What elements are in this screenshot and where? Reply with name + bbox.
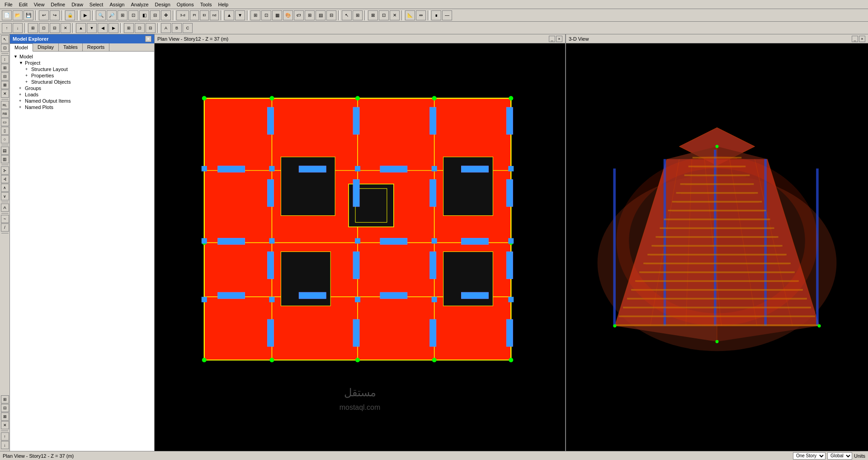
tb2-8[interactable]: ▼ bbox=[87, 23, 97, 33]
tb2-13[interactable]: ⊟ bbox=[146, 23, 156, 33]
left-6[interactable]: ⊠ bbox=[1, 81, 9, 89]
tab-reports[interactable]: Reports bbox=[83, 43, 110, 51]
pointer-btn[interactable]: ↖ bbox=[342, 10, 352, 20]
tb2-10[interactable]: ▶ bbox=[108, 23, 118, 33]
zoom-fit-btn[interactable]: ⊞ bbox=[118, 10, 127, 20]
menu-edit[interactable]: Edit bbox=[16, 1, 30, 8]
left-13[interactable]: ▤ bbox=[1, 147, 9, 155]
shrink-btn[interactable]: ⊡ bbox=[261, 10, 271, 20]
misc2[interactable]: — bbox=[442, 10, 452, 20]
left-17[interactable]: ∧ bbox=[1, 184, 9, 192]
zoom-in-btn[interactable]: 🔍 bbox=[96, 10, 106, 20]
tb2-3[interactable]: ⊞ bbox=[28, 23, 38, 33]
tb2-14[interactable]: A bbox=[161, 23, 171, 33]
tb2-6[interactable]: ✕ bbox=[61, 23, 71, 33]
left-22[interactable]: ⊞ bbox=[1, 395, 9, 403]
plan-min-btn[interactable]: _ bbox=[549, 36, 555, 42]
left-11[interactable]: ▯ bbox=[1, 127, 9, 135]
menu-draw[interactable]: Draw bbox=[69, 1, 86, 8]
tb2-5[interactable]: ⊟ bbox=[50, 23, 60, 33]
zoom-out-btn[interactable]: 🔎 bbox=[107, 10, 117, 20]
tree-named-plots[interactable]: + Named Plots bbox=[12, 104, 152, 110]
tb2-4[interactable]: ⊡ bbox=[39, 23, 49, 33]
window-btn[interactable]: ⊡ bbox=[379, 10, 389, 20]
left-7[interactable]: ✕ bbox=[1, 90, 9, 98]
3d-min-btn[interactable]: _ bbox=[852, 36, 858, 42]
left-4[interactable]: ⊞ bbox=[1, 64, 9, 72]
lock-btn[interactable]: 🔒 bbox=[65, 10, 75, 20]
left-12[interactable]: ○ bbox=[1, 135, 9, 143]
misc1[interactable]: ∎ bbox=[431, 10, 441, 20]
menu-help[interactable]: Help bbox=[215, 1, 231, 8]
left-9[interactable]: RB bbox=[1, 109, 9, 118]
left-26[interactable]: ↑ bbox=[1, 432, 9, 441]
tree-root[interactable]: ▼ Model bbox=[12, 53, 152, 60]
left-27[interactable]: ↓ bbox=[1, 441, 9, 449]
menu-file[interactable]: File bbox=[2, 1, 15, 8]
intersect-btn[interactable]: ⊞ bbox=[353, 10, 363, 20]
sect-btn[interactable]: nd bbox=[210, 10, 219, 20]
story-select[interactable]: One Story bbox=[793, 452, 826, 460]
rubber-btn[interactable]: ⊠ bbox=[368, 10, 378, 20]
left-10[interactable]: ▭ bbox=[1, 118, 9, 126]
redo-btn[interactable]: ↪ bbox=[50, 10, 60, 20]
grid-btn[interactable]: ⊟ bbox=[326, 10, 336, 20]
left-15[interactable]: ⊱ bbox=[1, 166, 9, 175]
tree-loads[interactable]: + Loads bbox=[12, 91, 152, 98]
run-btn[interactable]: ▶ bbox=[80, 10, 90, 20]
menu-define[interactable]: Define bbox=[48, 1, 68, 8]
tree-named-output[interactable]: + Named Output Items bbox=[12, 98, 152, 104]
menu-view[interactable]: View bbox=[31, 1, 47, 8]
display2-btn[interactable]: ▼ bbox=[235, 10, 245, 20]
plan-close-btn[interactable]: × bbox=[556, 36, 562, 42]
open-btn[interactable]: 📂 bbox=[13, 10, 23, 20]
tb2-7[interactable]: ▲ bbox=[76, 23, 86, 33]
left-2[interactable]: ⊡ bbox=[1, 44, 9, 52]
tree-project[interactable]: ▼ Project bbox=[12, 60, 152, 66]
left-19[interactable]: A bbox=[1, 204, 9, 212]
toggle-btn[interactable]: ⊞ bbox=[250, 10, 260, 20]
tb2-16[interactable]: C bbox=[183, 23, 193, 33]
menu-design[interactable]: Design bbox=[152, 1, 173, 8]
undo-btn[interactable]: ↩ bbox=[39, 10, 49, 20]
left-18[interactable]: ∨ bbox=[1, 192, 9, 200]
axes-btn[interactable]: ⊞ bbox=[305, 10, 315, 20]
tab-model[interactable]: Model bbox=[10, 43, 33, 52]
tree-structure-layout[interactable]: + Structure Layout bbox=[12, 66, 152, 72]
plan-view-canvas[interactable]: مستقل mostaql.com bbox=[155, 43, 565, 451]
left-23[interactable]: ⊟ bbox=[1, 404, 9, 412]
cross-btn[interactable]: ✕ bbox=[390, 10, 400, 20]
menu-analyze[interactable]: Analyze bbox=[128, 1, 151, 8]
left-14[interactable]: ▥ bbox=[1, 155, 9, 163]
left-pointer[interactable]: ↖ bbox=[1, 35, 9, 43]
color-btn[interactable]: 🎨 bbox=[283, 10, 293, 20]
left-20[interactable]: ~ bbox=[1, 215, 9, 223]
save-btn[interactable]: 💾 bbox=[24, 10, 33, 20]
elev-btn[interactable]: El bbox=[200, 10, 209, 20]
3d-view-btn[interactable]: 3-d bbox=[176, 10, 189, 20]
tab-display[interactable]: Display bbox=[33, 43, 59, 51]
left-21[interactable]: / bbox=[1, 223, 9, 232]
tree-structural-objects[interactable]: + Structural Objects bbox=[12, 79, 152, 85]
new-btn[interactable]: 📄 bbox=[2, 10, 12, 20]
left-25[interactable]: ✕ bbox=[1, 421, 9, 429]
tb2-11[interactable]: ⊞ bbox=[124, 23, 134, 33]
show-btn[interactable]: ▤ bbox=[316, 10, 326, 20]
zoom-prev-btn[interactable]: ◧ bbox=[139, 10, 149, 20]
tab-tables[interactable]: Tables bbox=[59, 43, 83, 51]
3d-close-btn[interactable]: × bbox=[859, 36, 865, 42]
label-btn[interactable]: 🏷 bbox=[294, 10, 304, 20]
extrude-btn[interactable]: ▦ bbox=[272, 10, 282, 20]
global-select[interactable]: Global bbox=[827, 452, 852, 460]
plan-btn[interactable]: Pl bbox=[190, 10, 199, 20]
measure-btn[interactable]: 📐 bbox=[405, 10, 415, 20]
zoom-rect-btn[interactable]: ⊟ bbox=[150, 10, 160, 20]
display-btn[interactable]: ▲ bbox=[224, 10, 234, 20]
left-24[interactable]: ⊠ bbox=[1, 413, 9, 421]
left-3[interactable]: ↕ bbox=[1, 55, 9, 63]
tb2-2[interactable]: ↓ bbox=[13, 23, 23, 33]
left-16[interactable]: ⊰ bbox=[1, 175, 9, 183]
left-5[interactable]: ⊟ bbox=[1, 72, 9, 81]
view-3d-canvas[interactable] bbox=[566, 43, 868, 451]
zoom-select-btn[interactable]: ⊡ bbox=[128, 10, 138, 20]
